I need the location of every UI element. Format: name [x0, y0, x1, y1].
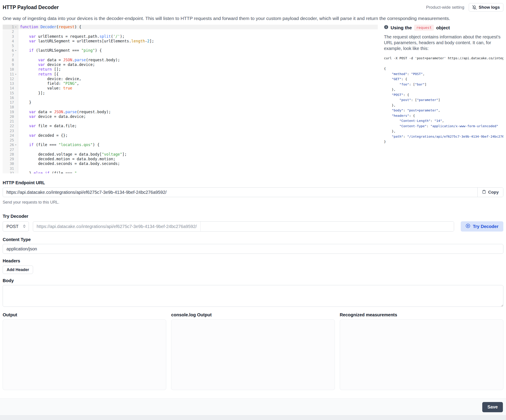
code-line-text: [18, 95, 378, 100]
body-textarea[interactable]: [3, 285, 503, 307]
line-number: 19: [10, 110, 14, 114]
main-content: HTTP Payload Decoder Product-wide settin…: [0, 0, 506, 390]
content-type-section: Content Type: [3, 237, 503, 254]
code-editor[interactable]: 1▾function Decoder(request) {23 var urlE…: [3, 25, 378, 173]
code-line: 23: [3, 128, 378, 133]
sample-code-line: "method": "POST",: [384, 72, 503, 77]
line-number-gutter: 19: [3, 110, 18, 114]
sample-code-line: "body": "post=parameter",: [384, 108, 503, 113]
method-select-value: POST: [7, 224, 18, 229]
output-box: [3, 320, 166, 390]
code-line-text: } else if (file === ": [18, 171, 378, 173]
code-line: 18: [3, 105, 378, 109]
code-line: 28 decoded.voltage = data.body["voltage"…: [3, 152, 378, 157]
code-line: 21: [3, 119, 378, 124]
line-number-gutter: 27: [3, 147, 18, 152]
decoder-workspace: 1▾function Decoder(request) {23 var urlE…: [3, 25, 503, 173]
code-line: 17 }: [3, 100, 378, 105]
code-line-text: var data = JSON.parse(request.body);: [18, 58, 378, 62]
code-line-text: field: "PING",: [18, 81, 378, 86]
line-number: 4: [12, 39, 14, 43]
line-number: 26: [10, 143, 14, 147]
code-line-text: value: true: [18, 86, 378, 91]
code-line-text: [18, 166, 378, 171]
console-output-label: console.log Output: [171, 312, 335, 317]
output-label: Output: [3, 312, 166, 317]
line-number-gutter: 30: [3, 161, 18, 166]
code-line-text: [18, 128, 378, 133]
add-header-button[interactable]: Add Header: [3, 266, 33, 274]
fold-marker-icon[interactable]: ▾: [14, 49, 18, 52]
code-line-text: device: device,: [18, 77, 378, 81]
code-line: 24 var decoded = {};: [3, 133, 378, 138]
line-number-gutter: 14: [3, 86, 18, 91]
method-select[interactable]: POST: [3, 221, 29, 232]
line-number: 20: [10, 114, 14, 119]
code-line: 25: [3, 138, 378, 142]
line-number: 8: [12, 58, 14, 62]
fold-marker-icon[interactable]: ▾: [14, 26, 18, 28]
line-number: 29: [10, 157, 14, 161]
endpoint-url-input[interactable]: [3, 187, 477, 197]
save-button[interactable]: Save: [482, 402, 503, 412]
line-number-gutter: 13: [3, 81, 18, 86]
line-number-gutter: 17: [3, 100, 18, 105]
code-line: 30 decoded.seconds = data.body.seconds;: [3, 161, 378, 166]
line-number-gutter: 5: [3, 44, 18, 48]
sample-code-line: "POST": {: [384, 92, 503, 98]
sample-code-line: "post": ["parameter"]: [384, 97, 503, 103]
code-line: 19 var data = JSON.parse(request.body);: [3, 110, 378, 114]
sample-code-line: "GET": {: [384, 77, 503, 82]
line-number-gutter: 29: [3, 157, 18, 161]
code-line: 11▾ return [{: [3, 72, 378, 77]
code-line: 22 var file = data.file;: [3, 124, 378, 128]
headers-label: Headers: [3, 258, 503, 264]
line-number-gutter: 1▾: [3, 25, 18, 29]
top-bar-actions: Product-wide setting Show logs: [426, 3, 503, 12]
footer-bar: Save: [0, 399, 506, 415]
content-type-input[interactable]: [3, 244, 503, 254]
try-decoder-button[interactable]: Try Decoder: [461, 221, 503, 232]
line-number: 13: [10, 81, 14, 86]
measurements-label: Recognized measurements: [340, 312, 503, 317]
console-output-column: console.log Output: [171, 312, 335, 390]
code-line: 3 var urlElements = request.path.split('…: [3, 34, 378, 39]
code-line: 15 }];: [3, 91, 378, 95]
code-line: 4 var lastURLSegment = urlElements[urlEl…: [3, 39, 378, 44]
code-line-text: var device = data.device;: [18, 62, 378, 67]
try-decoder-row: POST https://api.datacake.co/integration…: [3, 221, 503, 232]
outputs-row: Output console.log Output Recognized mea…: [3, 312, 503, 390]
code-editor-lines: 1▾function Decoder(request) {23 var urlE…: [3, 25, 378, 173]
code-line: 14 value: true: [3, 86, 378, 91]
line-number-gutter: 32: [3, 171, 18, 173]
body-label: Body: [3, 278, 503, 283]
line-number: 1: [12, 25, 14, 29]
line-number: 24: [10, 133, 14, 138]
request-heading-prefix: Using the: [391, 25, 412, 30]
measurements-column: Recognized measurements: [340, 312, 503, 390]
fold-marker-icon[interactable]: ▾: [14, 73, 18, 76]
line-number-gutter: 11▾: [3, 72, 18, 77]
code-line: 1▾function Decoder(request) {: [3, 25, 378, 29]
try-path-input[interactable]: [201, 221, 454, 231]
line-number: 23: [10, 129, 14, 133]
line-number: 22: [10, 124, 14, 128]
try-decoder-label: Try Decoder: [3, 213, 503, 219]
code-line-text: var data = JSON.parse(request.body);: [18, 110, 378, 114]
fold-marker-icon[interactable]: ▾: [14, 143, 18, 146]
code-line-text: [18, 138, 378, 142]
sample-code-line: },: [384, 87, 503, 92]
sample-code-line: }: [384, 139, 503, 145]
line-number-gutter: 18: [3, 105, 18, 109]
line-number-gutter: 24: [3, 133, 18, 138]
code-line: 13 field: "PING",: [3, 81, 378, 86]
code-line: 12 device: device,: [3, 77, 378, 81]
show-logs-button[interactable]: Show logs: [469, 3, 503, 12]
show-logs-icon: [472, 5, 477, 10]
copy-button[interactable]: Copy: [477, 187, 503, 197]
code-line: 9 var device = data.device;: [3, 62, 378, 67]
code-line-text: return [{: [18, 72, 378, 77]
line-number: 7: [12, 53, 14, 58]
code-line: 7: [3, 53, 378, 58]
sample-code-line: "Content-Length": "14",: [384, 118, 503, 124]
